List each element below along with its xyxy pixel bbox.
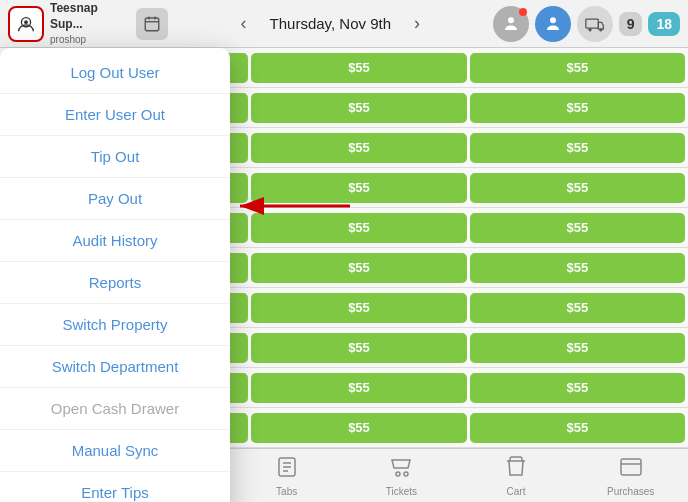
main-content: 1$55$55$551$55$55$551$55$55$551$55$55$55…: [0, 48, 688, 448]
tab-label-tickets: Tickets: [386, 486, 417, 497]
truck-button[interactable]: [577, 6, 613, 42]
menu-item-log-out-user[interactable]: Log Out User: [0, 52, 230, 94]
tab-purchases[interactable]: Purchases: [573, 451, 688, 501]
tee-cell[interactable]: $55: [470, 413, 685, 443]
gray-icon-button[interactable]: [493, 6, 529, 42]
tee-cell[interactable]: $55: [251, 293, 466, 323]
tab-tickets[interactable]: Tickets: [344, 451, 459, 501]
badge-9[interactable]: 9: [619, 12, 643, 36]
pay-out-arrow-indicator: [232, 194, 352, 218]
app-title-block: Teesnap Sup... proshop: [50, 1, 130, 45]
menu-item-enter-tips[interactable]: Enter Tips: [0, 472, 230, 502]
tab-icon-cart: [504, 455, 528, 484]
tab-label-purchases: Purchases: [607, 486, 654, 497]
tee-cell[interactable]: $55: [470, 173, 685, 203]
header-actions: 9 18: [493, 6, 680, 42]
user-dropdown-menu: Log Out UserEnter User OutTip OutPay Out…: [0, 48, 230, 502]
tee-cell[interactable]: $55: [251, 133, 466, 163]
menu-item-manual-sync[interactable]: Manual Sync: [0, 430, 230, 472]
tab-icon-tickets: [389, 455, 413, 484]
svg-rect-25: [621, 459, 641, 475]
menu-item-enter-user-out[interactable]: Enter User Out: [0, 94, 230, 136]
app-title: Teesnap Sup...: [50, 1, 130, 32]
svg-point-7: [550, 17, 556, 23]
tab-icon-tabs: [275, 455, 299, 484]
app-subtitle: proshop: [50, 33, 130, 46]
svg-point-24: [404, 472, 408, 476]
menu-item-pay-out[interactable]: Pay Out: [0, 178, 230, 220]
svg-point-9: [588, 28, 591, 31]
svg-rect-2: [145, 18, 159, 31]
menu-item-switch-department[interactable]: Switch Department: [0, 346, 230, 388]
svg-rect-8: [585, 19, 598, 28]
menu-item-audit-history[interactable]: Audit History: [0, 220, 230, 262]
badge-18[interactable]: 18: [648, 12, 680, 36]
tee-cell[interactable]: $55: [251, 413, 466, 443]
svg-point-23: [396, 472, 400, 476]
menu-item-tip-out[interactable]: Tip Out: [0, 136, 230, 178]
date-nav: ‹ Thursday, Nov 9th ›: [174, 10, 487, 38]
tab-tabs[interactable]: Tabs: [229, 451, 344, 501]
tee-cell[interactable]: $55: [470, 293, 685, 323]
tee-cell[interactable]: $55: [470, 93, 685, 123]
tee-cell[interactable]: $55: [251, 53, 466, 83]
tee-cell[interactable]: $55: [251, 333, 466, 363]
tee-cell[interactable]: $55: [470, 213, 685, 243]
tab-cart[interactable]: Cart: [459, 451, 574, 501]
notification-dot: [519, 8, 527, 16]
menu-item-switch-property[interactable]: Switch Property: [0, 304, 230, 346]
tab-label-tabs: Tabs: [276, 486, 297, 497]
svg-point-10: [599, 28, 602, 31]
tee-cell[interactable]: $55: [251, 373, 466, 403]
menu-item-reports[interactable]: Reports: [0, 262, 230, 304]
tee-cell[interactable]: $55: [251, 93, 466, 123]
app-header: Teesnap Sup... proshop ‹ Thursday, Nov 9…: [0, 0, 688, 48]
prev-date-button[interactable]: ‹: [230, 10, 258, 38]
tee-cell[interactable]: $55: [251, 253, 466, 283]
tee-cell[interactable]: $55: [470, 53, 685, 83]
current-date: Thursday, Nov 9th: [262, 15, 399, 32]
tab-icon-purchases: [619, 455, 643, 484]
menu-item-open-cash-drawer: Open Cash Drawer: [0, 388, 230, 430]
svg-point-1: [24, 20, 28, 24]
svg-point-6: [508, 17, 514, 23]
next-date-button[interactable]: ›: [403, 10, 431, 38]
calendar-button[interactable]: [136, 8, 168, 40]
tee-cell[interactable]: $55: [470, 253, 685, 283]
tee-cell[interactable]: $55: [470, 373, 685, 403]
tab-label-cart: Cart: [507, 486, 526, 497]
tee-cell[interactable]: $55: [470, 133, 685, 163]
logo-button[interactable]: [8, 6, 44, 42]
blue-person-button[interactable]: [535, 6, 571, 42]
tee-cell[interactable]: $55: [470, 333, 685, 363]
